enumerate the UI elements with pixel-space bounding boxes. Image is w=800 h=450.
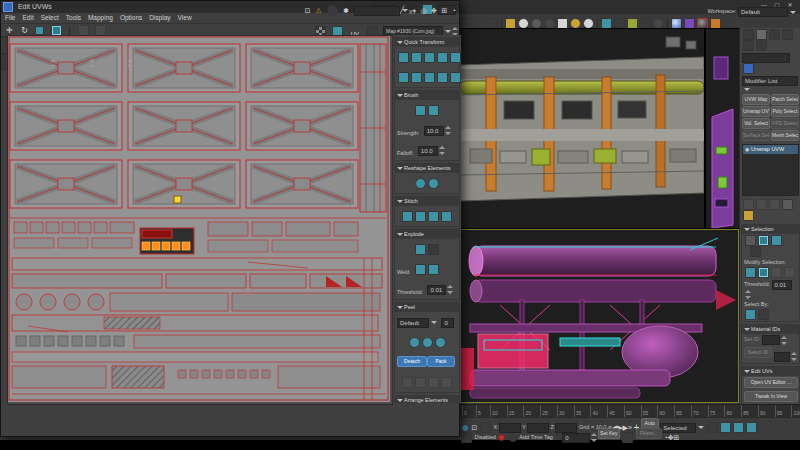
modifier-button[interactable]: Patch Select xyxy=(771,94,799,105)
move-tool-icon[interactable]: ✛ xyxy=(6,26,13,35)
maxscript-listener-icon[interactable] xyxy=(461,432,472,443)
select-id-spinner[interactable] xyxy=(791,352,796,361)
stitch-to-source-icon[interactable] xyxy=(428,211,439,222)
menu-view[interactable]: View xyxy=(178,14,192,21)
configure-stack-icon[interactable] xyxy=(743,210,754,221)
rollout-header-brush[interactable]: Brush xyxy=(395,91,459,100)
threshold-field[interactable]: 0.01 xyxy=(772,280,792,290)
rollout-header-explode[interactable]: Explode xyxy=(395,230,459,239)
menu-file[interactable]: File xyxy=(5,14,15,21)
rollout-header-arrange[interactable]: Arrange Elements xyxy=(395,396,459,403)
show-end-result-icon[interactable] xyxy=(756,199,767,210)
zoom-region-tool-icon[interactable]: ⊞ xyxy=(441,7,447,14)
scale-tool-icon[interactable] xyxy=(35,26,44,35)
select-by-element-icon[interactable] xyxy=(750,246,761,257)
tab-motion-icon[interactable] xyxy=(782,29,793,40)
vertex-subobject-icon[interactable] xyxy=(745,235,756,246)
zoom-tool-icon[interactable]: ◎ xyxy=(421,7,427,14)
modifier-list-dropdown[interactable]: Modifier List xyxy=(742,76,798,86)
space-horizontal-icon[interactable] xyxy=(437,52,448,63)
rollout-header-stitch[interactable]: Stitch xyxy=(395,197,459,206)
stitch-to-average-icon[interactable] xyxy=(441,211,452,222)
menu-edit[interactable]: Edit xyxy=(22,14,33,21)
menu-options[interactable]: Options xyxy=(120,14,142,21)
maximize-viewport-icon[interactable]: ⊞ xyxy=(674,434,680,441)
relax-icon[interactable] xyxy=(428,178,439,189)
mouse-mode-icon[interactable]: ⌖ xyxy=(412,7,416,14)
tab-create-icon[interactable] xyxy=(743,29,754,40)
current-frame-field[interactable]: 0 xyxy=(562,433,590,443)
u-spinner[interactable] xyxy=(50,59,55,68)
viewport-top[interactable] xyxy=(459,28,705,229)
rollout-header-edit-uvs[interactable]: Edit UVs xyxy=(742,367,799,376)
tab-hierarchy-icon[interactable] xyxy=(769,29,780,40)
peel-mode-dropdown[interactable]: Default xyxy=(397,318,429,328)
tab-display-icon[interactable] xyxy=(743,40,754,51)
pan-tool-icon[interactable]: ✥ xyxy=(431,7,437,14)
paint-move-brush-icon[interactable] xyxy=(415,105,426,116)
falloff-spinner[interactable] xyxy=(439,146,444,155)
set-id-field[interactable] xyxy=(762,335,780,345)
align-to-edge-icon[interactable] xyxy=(398,72,409,83)
menu-mapping[interactable]: Mapping xyxy=(88,14,113,21)
rotate-90-ccw-icon[interactable] xyxy=(411,72,422,83)
tweak-in-view-button[interactable]: Tweak In View xyxy=(744,391,798,402)
falloff-field[interactable]: 10.0 xyxy=(418,146,438,156)
display-mode-dropdown[interactable] xyxy=(354,6,400,16)
weld-all-icon[interactable] xyxy=(428,264,439,275)
linear-align-icon[interactable] xyxy=(424,52,435,63)
relax-until-flat-icon[interactable] xyxy=(415,178,426,189)
rollout-header-selection[interactable]: Selection xyxy=(742,225,799,234)
stitch-to-target-icon[interactable] xyxy=(415,211,426,222)
select-loop-icon[interactable] xyxy=(771,267,782,278)
preview-toggle-icon[interactable] xyxy=(327,5,338,16)
pin-icon[interactable] xyxy=(402,377,413,388)
detach-button[interactable]: Detach xyxy=(397,356,427,367)
menu-tools[interactable]: Tools xyxy=(66,14,81,21)
modifier-button[interactable]: Surface Select xyxy=(742,130,770,141)
select-by-smoothing-icon[interactable] xyxy=(758,309,769,320)
object-name-field[interactable] xyxy=(742,53,790,63)
v-spinner[interactable] xyxy=(89,59,94,68)
stack-item-unwrap-uvw[interactable]: ◉ Unwrap UVW xyxy=(743,145,798,154)
viewport-bottom-active[interactable] xyxy=(459,229,739,403)
quick-peel-uv-icon[interactable] xyxy=(409,337,420,348)
open-uv-editor-button[interactable]: Open UV Editor ... xyxy=(744,377,798,388)
explode-threshold-spinner[interactable] xyxy=(447,285,452,294)
rollout-header-quick-transform[interactable]: Quick Transform xyxy=(395,38,459,47)
rollout-header-material-ids[interactable]: Material IDs xyxy=(742,325,799,334)
threshold-spinner[interactable] xyxy=(745,290,750,299)
remove-modifier-icon[interactable] xyxy=(782,199,793,210)
tab-utilities-icon[interactable] xyxy=(756,40,767,51)
viewport-top-right[interactable] xyxy=(705,28,740,229)
rollout-header-reshape[interactable]: Reshape Elements xyxy=(395,164,459,173)
straighten-icon[interactable] xyxy=(450,72,461,83)
polygon-subobject-icon[interactable] xyxy=(771,235,782,246)
align-element-icon[interactable] xyxy=(437,72,448,83)
stitch-custom-icon[interactable] xyxy=(402,211,413,222)
peel-value-field[interactable]: 0 xyxy=(441,318,454,328)
frame-spinner[interactable] xyxy=(591,433,596,442)
edge-subobject-icon[interactable] xyxy=(758,235,769,246)
zoom-extents-tool-icon[interactable]: ◔ xyxy=(452,7,456,14)
flatten-by-smoothing-icon[interactable] xyxy=(415,244,426,255)
relax-brush-icon[interactable] xyxy=(428,105,439,116)
modifier-button[interactable]: FFD Select xyxy=(771,118,799,129)
pack-button[interactable]: Pack xyxy=(427,356,455,367)
clear-seams-icon[interactable] xyxy=(441,377,452,388)
rollout-header-peel-uvw[interactable]: Peel xyxy=(395,303,459,312)
make-unique-icon[interactable] xyxy=(769,199,780,210)
modifier-button[interactable]: UVW Map xyxy=(742,94,770,105)
explode-threshold-field[interactable]: 0.01 xyxy=(427,285,446,295)
zoom-all-icon[interactable] xyxy=(720,422,731,433)
unpin-icon[interactable] xyxy=(415,377,426,388)
pelt-map-uv-icon[interactable] xyxy=(435,337,446,348)
zoom-icon[interactable] xyxy=(707,422,718,433)
zoom-region-icon[interactable] xyxy=(746,422,757,433)
modifier-button[interactable]: Vol. Select xyxy=(742,118,770,129)
select-id-button[interactable]: Select ID xyxy=(744,347,772,358)
weld-selected-icon[interactable] xyxy=(415,264,426,275)
modifier-button[interactable]: Mesh Select xyxy=(771,130,799,141)
tab-modify-icon[interactable] xyxy=(756,29,767,40)
add-time-tag-label[interactable]: Add Time Tag xyxy=(519,434,553,440)
